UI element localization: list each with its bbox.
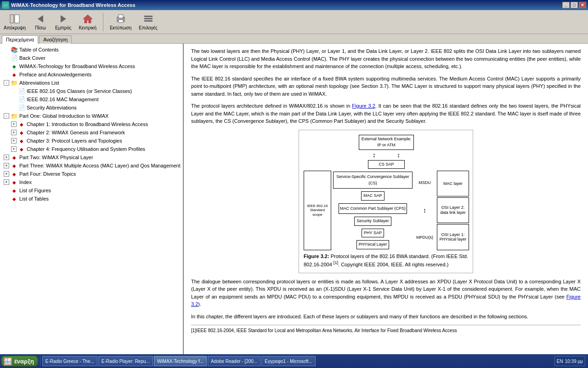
wimax-label: WiMAX-Technology for Broadband Wireless …: [19, 63, 135, 69]
taskbar-btn-4[interactable]: Εγγραφο1 - Microsoft...: [261, 356, 316, 366]
osi-layer1-label: OSI Layer 1: PHYsical layer: [437, 224, 469, 250]
svg-rect-13: [144, 18, 153, 19]
print-label: Εκτύπωση: [110, 25, 131, 30]
parttwo-expander[interactable]: +: [4, 155, 9, 160]
abbreviations-expander[interactable]: -: [4, 80, 9, 86]
clock: 10:39 μμ: [565, 359, 583, 364]
window-title: WiMAX-Technology for Broadband Wireless …: [11, 2, 136, 8]
osi-layer2-label: OSI Layer 2: data link layer: [437, 197, 469, 223]
svg-marker-6: [61, 15, 66, 23]
paragraph-5: In this chapter, the different layers ar…: [191, 313, 581, 321]
tables-label: List of Tables: [19, 196, 49, 201]
figure-caption-bold: Figure 3.2:: [304, 253, 329, 259]
svg-rect-3: [15, 15, 19, 23]
sidebar-item-tables[interactable]: ◆ List of Tables: [0, 195, 183, 203]
sidebar-item-part-four[interactable]: + ◆ Part Four: Diverse Topics: [0, 170, 183, 178]
sidebar-item-part-one[interactable]: - 📁 Part One: Global Introduction to WiM…: [0, 112, 183, 120]
back-icon: [35, 13, 46, 24]
security-box: Security Sublayer: [354, 217, 391, 226]
ch1-label: Chapter 1: Introduction to Broadband Wir…: [27, 121, 148, 127]
home-button[interactable]: Κεντρική: [77, 12, 98, 31]
sidebar-item-mac-mgmt[interactable]: 📄 IEEE 802.16 MAC Management: [0, 95, 183, 104]
sidebar-item-ch1[interactable]: + ◆ Chapter 1: Introduction to Broadband…: [0, 120, 183, 128]
main-layout: 📚 Table of Contents 📄 Back Cover ◆ WiMAX…: [0, 43, 588, 357]
print-button[interactable]: Εκτύπωση: [108, 12, 133, 31]
hide-button[interactable]: Απόκρυψη: [2, 12, 28, 31]
taskbar-btn-0[interactable]: E-Radio Greece - The...: [42, 356, 97, 366]
tab-search[interactable]: Αναζήτηση: [39, 35, 72, 44]
figure-caption: Figure 3.2: Protocol layers of the 802.1…: [304, 253, 468, 268]
doc4-icon: 📄: [18, 104, 25, 111]
home-icon: [82, 13, 93, 24]
svg-rect-9: [119, 15, 123, 18]
svg-rect-2: [10, 15, 14, 23]
sidebar-item-wimax[interactable]: ◆ WiMAX-Technology for Broadband Wireles…: [0, 62, 183, 70]
phy-sap-box: PHY SAP: [362, 229, 384, 238]
hide-label: Απόκρυψη: [4, 25, 26, 30]
diamond5-icon: ◆: [18, 121, 25, 128]
close-button[interactable]: ✕: [579, 2, 586, 8]
sidebar-item-security-abbr[interactable]: 📄 Security Abbreviations: [0, 104, 183, 112]
maximize-button[interactable]: □: [571, 2, 578, 8]
taskbar-separator: [40, 356, 40, 366]
sidebar-item-part-two[interactable]: + ◆ Part Two: WiMAX Physical Layer: [0, 153, 183, 161]
title-bar: WiMAX-Technology for Broadband Wireless …: [0, 0, 588, 10]
partthree-expander[interactable]: +: [4, 163, 9, 168]
sidebar-item-backcover[interactable]: 📄 Back Cover: [0, 54, 183, 62]
diamond11-icon: ◆: [11, 170, 18, 178]
index-label: Index: [19, 179, 32, 185]
start-icon: 🪟: [3, 357, 12, 366]
sidebar-item-abbreviations[interactable]: - 📁 Abbreviations List: [0, 79, 183, 87]
forward-icon: [58, 13, 69, 24]
window-controls[interactable]: _ □ ✕: [562, 2, 586, 8]
diamond6-icon: ◆: [18, 129, 25, 136]
diamond14-icon: ◆: [11, 195, 18, 202]
center-column: Service-Specific Convergence Sublayer (C…: [333, 171, 413, 250]
taskbar-btn-2-label: WiMAX-Technology f...: [157, 359, 204, 364]
ch3-expander[interactable]: +: [11, 138, 17, 144]
backcover-label: Back Cover: [19, 55, 45, 61]
sidebar-item-toc[interactable]: 📚 Table of Contents: [0, 46, 183, 54]
back-button[interactable]: Πίσω: [31, 12, 50, 31]
minimize-button[interactable]: _: [562, 2, 570, 8]
taskbar: 🪟 έναρξη E-Radio Greece - The... E-Radio…: [0, 354, 588, 368]
tab-contents[interactable]: Περιεχόμενα: [2, 35, 38, 44]
taskbar-btn-1[interactable]: E-Radio Player: Repu...: [98, 356, 153, 366]
paragraph-1: The two lowest layers are then the Physi…: [191, 47, 581, 70]
sidebar-item-preface[interactable]: ◆ Preface and Acknowledgements: [0, 70, 183, 79]
main-diagram-row: IEEE 802.16 Standard scope Service-Speci…: [304, 171, 469, 250]
taskbar-btn-2[interactable]: WiMAX-Technology f...: [154, 356, 207, 366]
taskbar-btn-3[interactable]: Adobe Reader - [200...: [208, 356, 260, 366]
figure-link-32[interactable]: Figure 3.2: [352, 103, 375, 109]
sidebar-item-figures[interactable]: ◆ List of Figures: [0, 186, 183, 195]
figure-link-32b[interactable]: Figure 3.2: [191, 294, 581, 307]
taskbar-btn-4-label: Εγγραφο1 - Microsoft...: [265, 359, 312, 364]
start-button[interactable]: 🪟 έναρξη: [1, 356, 38, 367]
options-button[interactable]: Επιλογές: [137, 12, 159, 31]
cs-box: Service-Specific Convergence Sublayer (C…: [333, 172, 413, 189]
ch4-expander[interactable]: +: [11, 146, 17, 152]
sidebar-item-ch2[interactable]: + ◆ Chapter 2: WiMAX Genesis and Framewo…: [0, 128, 183, 137]
ch3-label: Chapter 3: Protocol Layers and Topologie…: [27, 138, 122, 144]
phy-layer-box: PHYsical Layer: [356, 240, 390, 249]
taskbar-btn-1-label: E-Radio Player: Repu...: [102, 359, 150, 364]
svg-rect-10: [119, 20, 123, 23]
app-icon: [2, 1, 9, 9]
partone-expander[interactable]: -: [4, 113, 9, 119]
svg-rect-1: [4, 2, 6, 4]
sidebar-item-ch3[interactable]: + ◆ Chapter 3: Protocol Layers and Topol…: [0, 137, 183, 145]
mpdu-label: MPDU(s): [416, 235, 433, 241]
ieee-scope-label: IEEE 802.16 Standard scope: [304, 171, 331, 250]
sidebar-item-index[interactable]: + ◆ Index: [0, 178, 183, 186]
partthree-label: Part Three: WiMAX Multiple Access (MAC L…: [19, 163, 181, 168]
index-expander[interactable]: +: [4, 179, 9, 185]
partfour-expander[interactable]: +: [4, 171, 9, 177]
sidebar-item-ch4[interactable]: + ◆ Chapter 4: Frequency Utilisation and…: [0, 145, 183, 153]
sidebar-item-qos[interactable]: 📄 IEEE 802.16 Qos Classes (or Service Cl…: [0, 87, 183, 95]
forward-button[interactable]: Εμπρός: [53, 12, 73, 31]
ch2-expander[interactable]: +: [11, 130, 17, 135]
ch1-expander[interactable]: +: [11, 121, 17, 127]
partfour-label: Part Four: Diverse Topics: [19, 171, 76, 177]
qos-label: IEEE 802.16 Qos Classes (or Service Clas…: [27, 88, 132, 94]
sidebar-item-part-three[interactable]: + ◆ Part Three: WiMAX Multiple Access (M…: [0, 161, 183, 170]
